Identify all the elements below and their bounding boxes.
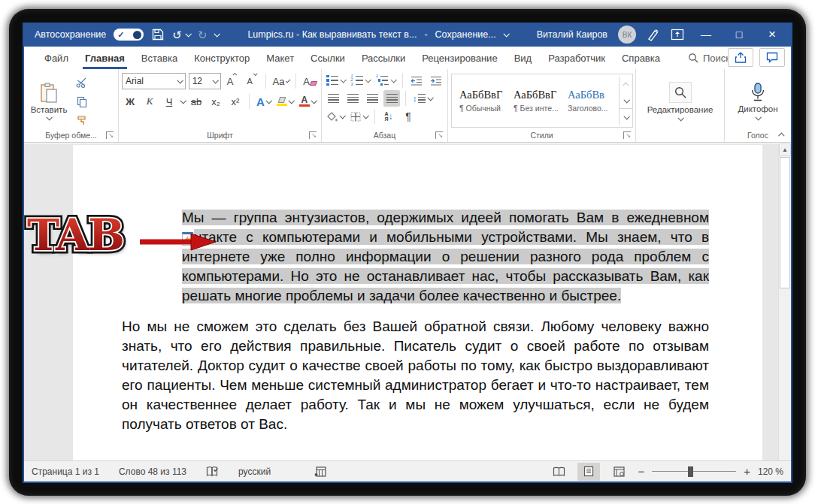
format-painter-button[interactable] xyxy=(74,112,90,128)
scrollbar-thumb[interactable] xyxy=(780,157,790,288)
highlight-color-button[interactable] xyxy=(275,93,295,110)
font-color-button[interactable]: А xyxy=(298,93,317,110)
chevron-down-icon[interactable] xyxy=(503,31,509,37)
clipboard-dialog-launcher[interactable]: ↘ xyxy=(106,131,114,139)
tab-design[interactable]: Конструктор xyxy=(186,48,258,68)
scroll-up-button[interactable]: ▲ xyxy=(779,143,791,156)
font-size-combobox[interactable]: 12 xyxy=(189,73,221,89)
editing-button[interactable]: Редактирование xyxy=(641,71,720,128)
change-case-button[interactable]: Aa xyxy=(271,73,291,89)
sort-button[interactable]: АЯ ↓ xyxy=(380,108,397,125)
arrow-down-icon: ↓ xyxy=(389,111,393,122)
styles-more-button[interactable] xyxy=(620,108,632,125)
tab-file[interactable]: Файл xyxy=(36,48,77,68)
tab-home[interactable]: Главная xyxy=(77,48,133,68)
superscript-button[interactable]: x² xyxy=(227,93,244,110)
borders-button[interactable] xyxy=(349,108,369,125)
zoom-slider[interactable] xyxy=(652,466,736,477)
read-mode-button[interactable] xyxy=(547,463,570,481)
font-name-combobox[interactable]: Arial xyxy=(122,73,186,89)
tab-help[interactable]: Справка xyxy=(614,48,668,68)
zoom-slider-handle[interactable] xyxy=(688,466,693,477)
tab-developer[interactable]: Разработчик xyxy=(540,48,614,68)
underline-button[interactable]: Ч xyxy=(161,93,177,110)
web-layout-button[interactable] xyxy=(607,463,630,481)
chevron-down-icon[interactable] xyxy=(180,98,186,104)
line-spacing-button[interactable]: ↕ xyxy=(411,90,434,107)
tab-view[interactable]: Вид xyxy=(506,48,541,68)
style-normal[interactable]: АаБбВвГ ¶ Обычный xyxy=(456,77,511,125)
strikethrough-button[interactable]: ab xyxy=(188,93,205,110)
tab-references[interactable]: Ссылки xyxy=(302,48,353,68)
search-box[interactable]: Поиск xyxy=(688,53,730,64)
tab-layout[interactable]: Макет xyxy=(258,48,302,68)
tab-mailings[interactable]: Рассылки xyxy=(353,48,414,68)
macro-record-button[interactable] xyxy=(314,466,326,477)
user-name[interactable]: Виталий Каиров xyxy=(537,29,607,40)
zoom-out-button[interactable]: − xyxy=(638,465,644,478)
bullet-list-icon xyxy=(326,75,338,86)
bold-button[interactable]: Ж xyxy=(122,93,138,110)
grow-font-button[interactable]: А xyxy=(224,73,241,89)
minimize-button[interactable]: — xyxy=(695,29,717,41)
autosave-toggle[interactable]: ✓ xyxy=(114,29,144,41)
multilevel-list-button[interactable]: 1 xyxy=(374,72,397,89)
save-button[interactable] xyxy=(151,28,165,41)
font-dialog-launcher[interactable]: ↘ xyxy=(309,131,317,139)
vertical-scrollbar[interactable]: ▲ xyxy=(778,143,791,460)
paste-button[interactable]: Вставить xyxy=(27,71,71,128)
shrink-font-button[interactable]: А xyxy=(244,73,260,89)
styles-scroll-up-button[interactable] xyxy=(620,77,632,92)
paragraph-normal[interactable]: Но мы не сможем это сделать без Вашей об… xyxy=(122,317,709,434)
text-effects-button[interactable]: А xyxy=(255,93,272,110)
tab-review[interactable]: Рецензирование xyxy=(414,48,505,68)
pen-icon xyxy=(647,28,660,41)
justify-button[interactable] xyxy=(383,90,400,107)
copy-button[interactable] xyxy=(74,93,90,110)
decrease-indent-button[interactable] xyxy=(408,72,425,89)
dictate-button[interactable]: Диктофон xyxy=(732,71,784,128)
word-count[interactable]: Слово 48 из 113 xyxy=(119,466,186,477)
style-heading[interactable]: АаБбВв Заголово... xyxy=(565,77,619,125)
subscript-button[interactable]: x₂ xyxy=(208,93,224,110)
paragraph-dialog-launcher[interactable]: ↘ xyxy=(435,131,443,139)
maximize-button[interactable]: □ xyxy=(728,29,750,41)
clear-formatting-button[interactable]: А xyxy=(301,73,318,89)
comments-button[interactable] xyxy=(759,48,785,67)
format-painter-icon xyxy=(77,115,88,126)
share-button[interactable] xyxy=(728,48,753,67)
ribbon-display-button[interactable] xyxy=(671,29,684,41)
redo-button[interactable]: ↻ xyxy=(198,29,208,41)
styles-scroll-down-button[interactable] xyxy=(620,92,632,108)
bullets-button[interactable] xyxy=(325,72,346,89)
tab-insert[interactable]: Вставка xyxy=(133,48,186,68)
word-window: Автосохранение ✓ ↺ ↻ xyxy=(23,23,792,483)
italic-button[interactable]: К xyxy=(141,93,158,110)
cut-button[interactable] xyxy=(74,74,90,91)
zoom-in-button[interactable]: + xyxy=(744,465,750,478)
page-indicator[interactable]: Страница 1 из 1 xyxy=(32,466,99,477)
print-layout-button[interactable] xyxy=(577,463,600,481)
saving-status[interactable]: Сохранение... xyxy=(435,29,496,40)
chevron-down-icon xyxy=(253,71,258,76)
shading-button[interactable] xyxy=(325,108,346,125)
zoom-level[interactable]: 120 % xyxy=(758,466,783,477)
inking-button[interactable] xyxy=(647,28,660,41)
increase-indent-button[interactable] xyxy=(428,72,444,89)
document-page[interactable]: Мы — группа энтузиастов, одержимых идеей… xyxy=(73,145,762,460)
paragraph-group-label: Абзац xyxy=(374,131,395,140)
numbering-button[interactable]: 1 2 3 xyxy=(349,72,371,89)
align-center-button[interactable] xyxy=(344,90,361,107)
search-icon xyxy=(688,53,698,63)
align-right-button[interactable] xyxy=(364,90,380,107)
spellcheck-button[interactable] xyxy=(206,466,219,477)
styles-dialog-launcher[interactable]: ↘ xyxy=(623,131,631,139)
close-button[interactable]: × xyxy=(761,27,783,42)
align-left-button[interactable] xyxy=(325,90,341,107)
style-no-spacing[interactable]: АаБбВвГ ¶ Без инте... xyxy=(511,77,565,125)
avatar[interactable]: ВК xyxy=(618,26,636,44)
undo-button[interactable]: ↺ xyxy=(172,29,190,41)
language-indicator[interactable]: русский xyxy=(238,466,271,477)
paragraph-indented[interactable]: Мы — группа энтузиастов, одержимых идеей… xyxy=(182,208,709,306)
show-formatting-button[interactable]: ¶ xyxy=(400,108,417,125)
